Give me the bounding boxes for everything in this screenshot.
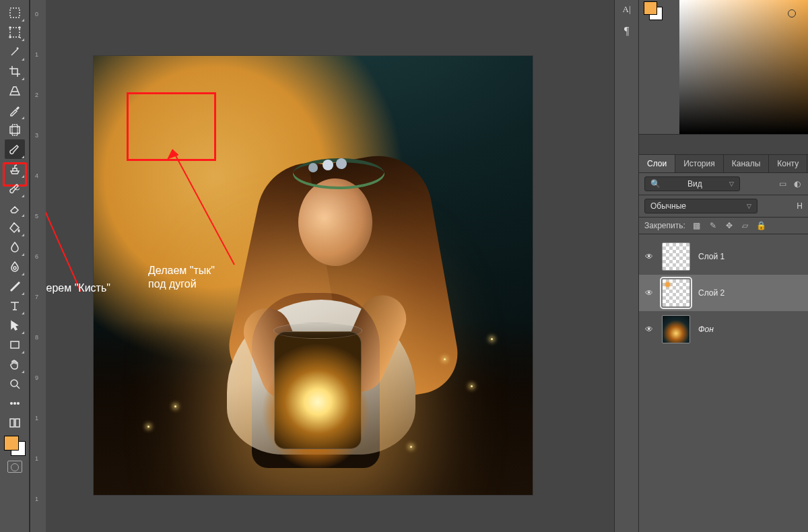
tool-rectangle-shape[interactable] — [5, 335, 25, 354]
svg-line-17 — [46, 189, 81, 292]
ruler-tick-label: 1 — [32, 415, 38, 422]
visibility-toggle[interactable]: 👁 — [644, 325, 654, 334]
lock-label: Закрепить: — [644, 221, 685, 230]
opacity-label-fragment: Н — [797, 201, 803, 211]
blend-mode-dropdown[interactable]: Обычные ▽ — [644, 199, 758, 213]
tool-frame[interactable] — [5, 120, 25, 139]
tool-brush[interactable] — [5, 139, 25, 159]
ruler-tick-label: 4 — [32, 172, 38, 179]
layer-row[interactable]: 👁 Слой 1 — [639, 238, 808, 275]
layer-name: Слой 1 — [698, 252, 725, 261]
ruler-tick-label: 1 — [32, 496, 38, 502]
tool-eyedropper[interactable] — [5, 100, 25, 120]
svg-rect-1 — [10, 28, 20, 37]
lock-all-icon[interactable]: 🔒 — [757, 221, 766, 230]
tool-hand[interactable] — [5, 354, 25, 374]
svg-rect-13 — [10, 419, 14, 427]
tab-contours[interactable]: Конту — [769, 155, 807, 172]
tool-type[interactable] — [5, 296, 25, 315]
ruler-tick-label: 5 — [32, 213, 38, 220]
tab-layers[interactable]: Слои — [639, 155, 675, 172]
layer-filter-dropdown[interactable]: 🔍 Вид ▽ — [644, 176, 740, 191]
tab-history[interactable]: История — [675, 155, 724, 172]
svg-line-15 — [172, 149, 234, 265]
annotation-click-label: Делаем "тык" под дугой — [148, 264, 215, 291]
svg-point-9 — [11, 380, 18, 387]
tool-crop[interactable] — [5, 61, 25, 81]
visibility-toggle[interactable]: 👁 — [644, 252, 654, 261]
filter-adjust-icon[interactable]: ◐ — [792, 178, 803, 189]
lock-artboard-icon[interactable]: ▱ — [741, 221, 750, 230]
ruler-tick-label: 3 — [32, 132, 38, 139]
chevron-down-icon: ▽ — [747, 203, 751, 209]
layer-filter-label: Вид — [687, 179, 702, 189]
lock-brush-icon[interactable]: ✎ — [708, 221, 718, 230]
ruler-tick-label: 8 — [32, 334, 38, 341]
annotation-arrow-brush — [46, 180, 86, 295]
toolbox — [0, 0, 30, 532]
layer-name: Фон — [698, 325, 714, 334]
layer-row[interactable]: 👁 Слой 2 — [639, 275, 808, 311]
tool-history-brush[interactable] — [5, 178, 25, 198]
tool-blur[interactable] — [5, 237, 25, 257]
tool-edit-toolbar[interactable] — [5, 413, 25, 432]
ruler-tick-label: 2 — [32, 92, 38, 98]
svg-rect-5 — [10, 127, 20, 133]
tab-channels[interactable]: Каналы — [724, 155, 770, 172]
ruler-tick-label: 1 — [32, 51, 38, 58]
tool-path-selection[interactable] — [5, 315, 25, 335]
svg-point-11 — [13, 402, 15, 404]
character-panel-icon[interactable]: A| — [619, 3, 634, 16]
layer-thumb[interactable] — [662, 315, 690, 343]
fg-bg-swatches[interactable] — [5, 436, 25, 455]
panel-tabs: Слои История Каналы Конту — [639, 155, 808, 173]
svg-rect-8 — [11, 341, 19, 348]
picker-swatches[interactable] — [644, 2, 662, 20]
annotation-brush-label: Берем "Кисть" — [46, 281, 110, 295]
tool-paint-bucket[interactable] — [5, 218, 25, 237]
tool-rectangular-marquee[interactable] — [5, 3, 25, 22]
chevron-down-icon: ▽ — [729, 180, 734, 187]
ruler-tick-label: 1 — [32, 455, 38, 462]
fg-color-swatch[interactable] — [5, 436, 18, 450]
svg-rect-0 — [10, 8, 20, 18]
ruler-tick-label: 0 — [32, 11, 38, 18]
layer-thumb[interactable] — [662, 279, 690, 307]
tool-clone-stamp[interactable] — [5, 159, 25, 178]
tool-smudge[interactable] — [5, 257, 25, 276]
ruler-tick-label: 7 — [32, 294, 38, 300]
ruler-vertical: 0 1 2 3 4 5 6 7 8 9 1 1 1 — [30, 0, 46, 532]
lock-pixels-icon[interactable]: ▩ — [692, 221, 702, 230]
svg-point-7 — [13, 267, 16, 269]
ruler-tick-label: 6 — [32, 253, 38, 260]
svg-point-10 — [10, 402, 12, 404]
tool-more[interactable] — [5, 393, 25, 413]
canvas-stage[interactable]: Делаем "тык" под дугой Берем "Кисть" — [46, 0, 614, 532]
paragraph-panel-icon[interactable]: ¶ — [619, 24, 634, 38]
svg-point-12 — [17, 402, 19, 404]
tool-pen[interactable] — [5, 276, 25, 296]
visibility-toggle[interactable]: 👁 — [644, 288, 654, 298]
annotation-arrow-click — [164, 140, 244, 268]
quick-mask-toggle[interactable] — [7, 461, 22, 473]
right-rail: A| ¶ — [614, 0, 638, 532]
ruler-tick-label: 9 — [32, 374, 38, 381]
color-field[interactable] — [679, 0, 808, 134]
lock-position-icon[interactable]: ✥ — [725, 221, 734, 230]
filter-image-icon[interactable]: ▭ — [777, 178, 788, 189]
svg-rect-14 — [15, 419, 20, 427]
layer-name: Слой 2 — [698, 288, 725, 298]
layers-list: 👁 Слой 1 👁 Слой 2 👁 Фон — [639, 234, 808, 352]
layer-thumb[interactable] — [662, 242, 690, 271]
blend-mode-label: Обычные — [650, 201, 686, 211]
tool-eraser[interactable] — [5, 198, 25, 218]
layer-row[interactable]: 👁 Фон — [639, 311, 808, 347]
tool-rect-transform[interactable] — [5, 22, 25, 42]
color-marker[interactable] — [788, 9, 796, 18]
color-picker-panel[interactable] — [639, 0, 808, 135]
right-panel: Слои История Каналы Конту 🔍 Вид ▽ ▭ ◐ Об… — [638, 0, 808, 532]
tool-perspective-crop[interactable] — [5, 81, 25, 100]
tool-magic-wand[interactable] — [5, 42, 25, 61]
tool-zoom[interactable] — [5, 374, 25, 393]
